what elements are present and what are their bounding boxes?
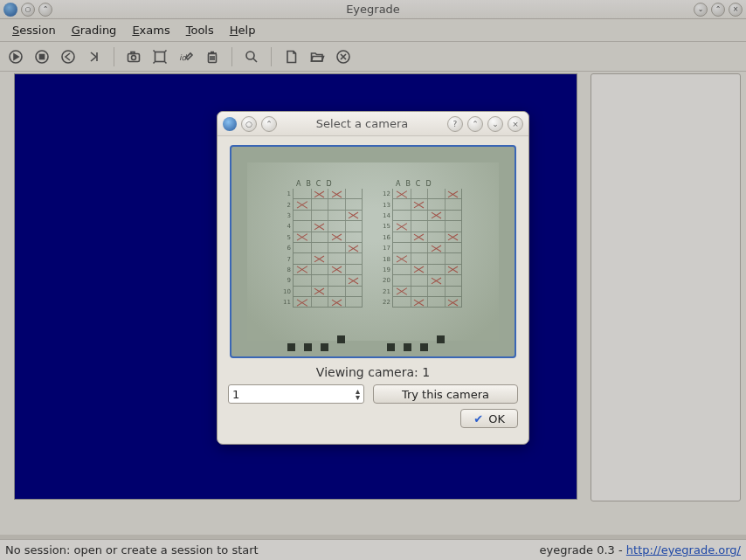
dialog-btn-a[interactable]: ○ (241, 116, 257, 132)
svg-point-10 (246, 52, 254, 59)
toolbar-separator (271, 47, 272, 66)
titlebar-button-b[interactable]: ⌃ (38, 3, 52, 17)
dialog-down-button[interactable]: ⌄ (487, 116, 503, 132)
status-link[interactable]: http://eyegrade.org/ (626, 543, 741, 557)
menu-tools[interactable]: Tools (179, 21, 221, 39)
dialog-up-button[interactable]: ⌃ (467, 116, 483, 132)
crop-icon[interactable] (149, 46, 170, 67)
svg-rect-7 (155, 52, 165, 61)
svg-point-5 (132, 55, 136, 59)
menubar: Session Grading Exams Tools Help (0, 19, 746, 42)
dialog-logo-icon (223, 117, 237, 131)
open-session-icon[interactable] (307, 46, 328, 67)
next-icon[interactable] (84, 46, 105, 67)
fiducial-markers-left (287, 343, 345, 351)
check-icon: ✔ (473, 412, 483, 425)
svg-rect-6 (131, 52, 135, 53)
dialog-help-button[interactable]: ? (447, 116, 463, 132)
dialog-titlebar: ○ ⌃ Select a camera ? ⌃ ⌄ × (218, 112, 528, 136)
back-icon[interactable] (58, 46, 79, 67)
main-window-titlebar: ○ ⌃ Eyegrade ⌄ ⌃ × (0, 0, 746, 19)
menu-help[interactable]: Help (223, 21, 263, 39)
toolbar: id (0, 42, 746, 72)
delete-icon[interactable] (202, 46, 223, 67)
status-text: No session: open or create a session to … (5, 543, 259, 557)
fiducial-markers-right (387, 343, 445, 351)
stop-icon[interactable] (31, 46, 52, 67)
dialog-close-button[interactable]: × (508, 116, 523, 132)
play-icon[interactable] (5, 46, 26, 67)
minimize-button[interactable]: ⌄ (694, 3, 708, 17)
svg-rect-2 (40, 54, 45, 59)
window-title: Eyegrade (56, 3, 690, 16)
new-session-icon[interactable] (280, 46, 301, 67)
dialog-btn-b[interactable]: ⌃ (261, 116, 277, 132)
svg-point-3 (62, 51, 74, 63)
close-session-icon[interactable] (333, 46, 354, 67)
menu-exams[interactable]: Exams (125, 21, 176, 39)
close-button[interactable]: × (729, 3, 743, 17)
camera-select-value: 1 (232, 388, 356, 401)
ok-button[interactable]: ✔ OK (460, 409, 518, 428)
spinner-arrows-icon: ▴▾ (356, 388, 360, 400)
camera-select[interactable]: 1 ▴▾ (228, 384, 364, 404)
side-panel (591, 73, 741, 501)
titlebar-button-a[interactable]: ○ (21, 3, 35, 17)
status-version: eyegrade 0.3 - (540, 543, 626, 557)
id-edit-icon[interactable]: id (176, 46, 197, 67)
app-logo-icon (3, 3, 17, 17)
toolbar-separator (231, 47, 232, 66)
camera-icon[interactable] (123, 46, 144, 67)
menu-session[interactable]: Session (5, 21, 63, 39)
toolbar-separator (114, 47, 114, 66)
menu-grading[interactable]: Grading (65, 21, 124, 39)
dialog-title: Select a camera (281, 117, 443, 130)
select-camera-dialog: ○ ⌃ Select a camera ? ⌃ ⌄ × ABCD12345678… (217, 111, 529, 445)
maximize-button[interactable]: ⌃ (711, 3, 725, 17)
camera-preview: ABCD1234567891011 ABCD121314151617181920… (230, 145, 516, 358)
try-camera-button[interactable]: Try this camera (373, 384, 518, 404)
viewing-camera-label: Viewing camera: 1 (316, 365, 430, 379)
statusbar: No session: open or create a session to … (0, 539, 746, 560)
search-icon[interactable] (241, 46, 262, 67)
